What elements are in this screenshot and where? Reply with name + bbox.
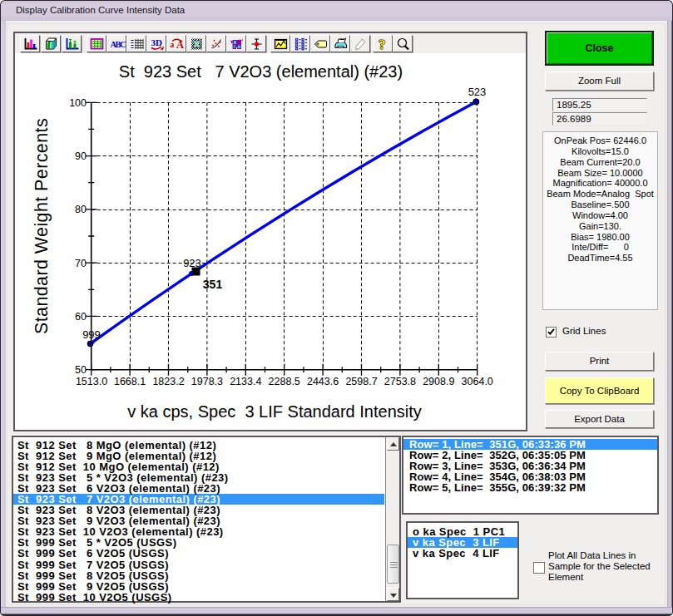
svg-text:2753.8: 2753.8 <box>384 376 416 387</box>
svg-text:?: ? <box>379 37 386 51</box>
svg-text:v ka cps, Spec 3 LIF Standard: v ka cps, Spec 3 LIF Standard Intensity <box>127 402 422 421</box>
svg-text:St 923 Set 7 V2O3 (elementa: St 923 Set 7 V2O3 (elemental) (#23) <box>119 62 403 81</box>
svg-text:351: 351 <box>203 278 223 291</box>
svg-text:2443.6: 2443.6 <box>307 376 339 387</box>
svg-text:70: 70 <box>75 258 87 269</box>
svg-text:90: 90 <box>75 150 87 162</box>
svg-text:1513.0: 1513.0 <box>76 376 107 387</box>
svg-text:923: 923 <box>183 257 201 269</box>
svg-text:2288.5: 2288.5 <box>269 376 300 387</box>
svg-text:1668.1: 1668.1 <box>114 376 146 387</box>
svg-text:999: 999 <box>82 328 101 341</box>
svg-text:a: a <box>171 41 175 49</box>
svg-text:2598.7: 2598.7 <box>345 376 377 387</box>
svg-text:1823.2: 1823.2 <box>152 376 184 387</box>
svg-text:523: 523 <box>468 86 487 98</box>
svg-text:50: 50 <box>75 364 87 376</box>
svg-text:ABC: ABC <box>111 40 126 49</box>
svg-text:100: 100 <box>69 97 87 109</box>
svg-text:Standard Weight Percents: Standard Weight Percents <box>32 118 52 334</box>
svg-text:2908.9: 2908.9 <box>423 376 454 387</box>
svg-text:3D: 3D <box>151 37 163 47</box>
svg-text:1978.3: 1978.3 <box>191 376 223 387</box>
svg-text:60: 60 <box>75 311 87 323</box>
svg-text:3064.0: 3064.0 <box>462 376 493 387</box>
svg-text:2133.4: 2133.4 <box>230 376 261 387</box>
svg-text:80: 80 <box>75 204 87 215</box>
